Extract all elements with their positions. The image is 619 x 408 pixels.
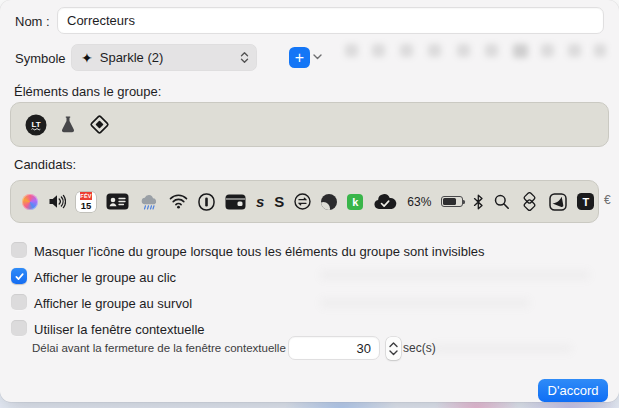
spotlight-icon[interactable] xyxy=(494,194,510,210)
knot-icon[interactable] xyxy=(520,192,539,211)
background-blur-artifact xyxy=(400,44,413,57)
option-label-show-group-on-hover: Afficher le groupe au survol xyxy=(34,296,192,311)
languagetool-icon[interactable]: LT xyxy=(25,114,47,136)
rain-cloud-icon[interactable] xyxy=(139,192,159,211)
letter-s-bold-icon[interactable]: S xyxy=(274,193,284,210)
add-options-chevron-icon[interactable] xyxy=(313,54,322,60)
delay-stepper[interactable] xyxy=(386,337,401,360)
group-elements-label: Éléments dans le groupe: xyxy=(14,84,161,99)
checkbox-use-contextual-window[interactable] xyxy=(11,320,27,336)
symbol-label: Symbole xyxy=(15,51,66,66)
group-elements-well: LT xyxy=(10,102,609,147)
overflow-euro-icon: € xyxy=(604,193,611,207)
background-blur-artifact xyxy=(513,44,528,58)
candidates-well: FÉV 15 xyxy=(10,180,599,223)
stepper-down-icon[interactable] xyxy=(389,350,398,356)
cloud-check-icon[interactable] xyxy=(373,193,397,210)
moon-circle-icon[interactable] xyxy=(321,194,337,210)
contact-card-icon[interactable] xyxy=(106,193,129,210)
battery-percent-text: 63% xyxy=(407,195,431,209)
letter-t-icon[interactable]: T xyxy=(577,193,594,210)
background-blur-artifact xyxy=(320,270,590,280)
volume-icon[interactable] xyxy=(48,194,66,209)
background-blur-artifact xyxy=(485,44,498,57)
checkmark-icon xyxy=(14,271,25,282)
svg-text:LT: LT xyxy=(31,119,40,128)
option-label-use-contextual-window: Utiliser la fenêtre contextuelle xyxy=(34,322,205,337)
name-input[interactable] xyxy=(57,7,604,34)
delay-unit-label: sec(s) xyxy=(403,341,436,355)
calendar-day: 15 xyxy=(81,200,92,212)
ok-button[interactable]: D'accord xyxy=(538,379,608,402)
background-blur-artifact xyxy=(432,344,572,353)
wallet-icon[interactable] xyxy=(225,194,246,210)
sparkle-icon: ✦ xyxy=(81,50,93,66)
diamond-icon[interactable] xyxy=(89,114,110,135)
option-label-show-group-on-click: Afficher le groupe au clic xyxy=(34,270,176,285)
background-blur-artifact xyxy=(372,44,385,57)
candidates-label: Candidats: xyxy=(14,157,76,172)
onepassword-icon[interactable] xyxy=(198,193,215,211)
background-blur-artifact xyxy=(457,44,470,57)
letter-s-italic-icon[interactable]: s xyxy=(256,193,264,210)
bluetooth-icon[interactable] xyxy=(473,194,484,210)
battery-fill xyxy=(443,198,455,205)
background-blur-artifact xyxy=(428,44,441,57)
background-blur-artifact xyxy=(541,44,554,57)
checkbox-show-group-on-click[interactable] xyxy=(11,268,27,284)
kagi-icon[interactable]: k xyxy=(347,194,363,210)
checkbox-show-group-on-hover[interactable] xyxy=(11,294,27,310)
background-blur-artifact xyxy=(594,44,606,57)
calendar-icon[interactable]: FÉV 15 xyxy=(76,192,96,212)
delay-input[interactable] xyxy=(288,336,380,360)
option-label-hide-group-icon: Masquer l'icône du groupe lorsque tous l… xyxy=(34,244,485,259)
flask-icon[interactable] xyxy=(59,115,77,134)
name-label: Nom : xyxy=(15,14,50,29)
updown-chevrons-icon xyxy=(240,51,249,64)
swap-circle-icon[interactable] xyxy=(294,193,311,210)
symbol-selected-value: Sparkle (2) xyxy=(100,50,240,65)
group-settings-dialog: Nom : Symbole ✦ Sparkle (2) + Éléments d… xyxy=(0,0,619,402)
color-wheel-icon[interactable] xyxy=(22,194,38,210)
background-blur-artifact xyxy=(568,44,581,57)
battery-icon[interactable] xyxy=(441,196,463,207)
background-blur-artifact xyxy=(320,298,530,308)
delay-label: Délai avant la fermeture de la fenêtre c… xyxy=(32,342,286,354)
swoosh-icon[interactable] xyxy=(549,193,567,211)
calendar-month: FÉV xyxy=(80,192,91,200)
add-symbol-button[interactable]: + xyxy=(289,47,310,68)
symbol-dropdown[interactable]: ✦ Sparkle (2) xyxy=(71,44,257,71)
checkbox-hide-group-icon[interactable] xyxy=(11,242,27,258)
wifi-icon[interactable] xyxy=(169,194,188,209)
stepper-up-icon[interactable] xyxy=(389,342,398,348)
background-blur-artifact xyxy=(345,44,358,57)
